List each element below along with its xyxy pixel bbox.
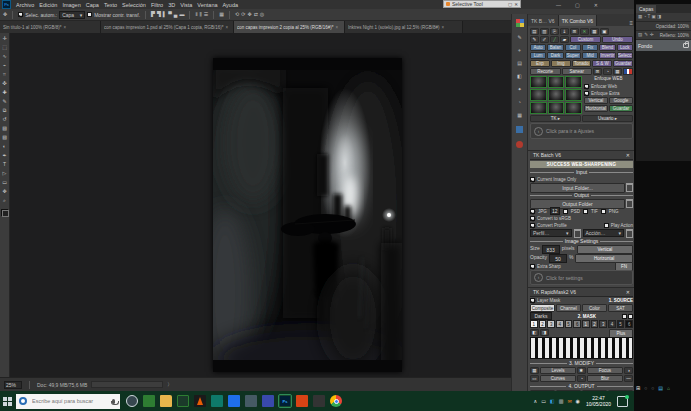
close-icon[interactable]: × bbox=[226, 25, 229, 30]
move-tool[interactable]: ✛ bbox=[2, 36, 6, 41]
taskbar-app-vlc[interactable] bbox=[194, 395, 206, 407]
current-image-only-checkbox[interactable] bbox=[530, 177, 535, 182]
layer-mask-checkbox[interactable] bbox=[530, 298, 535, 303]
sharpen-web-checkbox[interactable] bbox=[584, 84, 589, 89]
pencil-icon[interactable]: ✎ bbox=[530, 36, 539, 43]
mask-mode-select[interactable]: Darks bbox=[530, 312, 552, 320]
vertical-button[interactable]: Vertical bbox=[584, 97, 608, 104]
clone-stamp-tool[interactable]: ⧉ bbox=[3, 108, 7, 113]
composite-button[interactable]: Composite bbox=[530, 304, 555, 312]
image-button[interactable]: Img bbox=[551, 60, 571, 67]
distribute-horizontal-icon[interactable]: ⫴ bbox=[195, 12, 197, 17]
3d-pan-icon[interactable]: ✥ bbox=[247, 12, 251, 17]
brush-tool[interactable]: ✎ bbox=[2, 99, 6, 104]
extra-sharp-checkbox[interactable] bbox=[530, 264, 535, 269]
grid-icon[interactable]: ⊞ bbox=[636, 385, 640, 391]
dodge-tool[interactable]: ◐ bbox=[3, 144, 6, 149]
half-mask-2-icon[interactable]: ◨ bbox=[540, 329, 549, 336]
pen-tool[interactable]: ✒ bbox=[2, 153, 6, 158]
lights-6[interactable]: 6 bbox=[573, 320, 581, 328]
taskbar-app-cortana[interactable] bbox=[126, 395, 138, 407]
tab-tk-basic[interactable]: TK B… V6 bbox=[528, 15, 559, 26]
taskbar-app-indigo[interactable] bbox=[262, 395, 274, 407]
distribute-stack-icon[interactable]: ☰ bbox=[204, 12, 208, 17]
swatches-panel-icon[interactable] bbox=[516, 126, 523, 133]
menu-texto[interactable]: Texto bbox=[104, 2, 117, 8]
microphone-icon[interactable] bbox=[112, 399, 115, 404]
lasso-tool[interactable]: ∿ bbox=[2, 54, 6, 59]
menu-filtro[interactable]: Filtro bbox=[151, 2, 163, 8]
grid-icon[interactable]: ▦ bbox=[590, 28, 599, 35]
align-right-icon[interactable]: ▌ bbox=[163, 12, 167, 17]
tab-capas[interactable]: Capas bbox=[636, 5, 656, 13]
distribute-vertical-icon[interactable]: ⫼ bbox=[200, 12, 202, 17]
close-icon[interactable]: × bbox=[64, 25, 67, 30]
save-web-button[interactable]: Guardar bbox=[609, 105, 633, 112]
jpg-quality-field[interactable]: 12 bbox=[550, 207, 560, 215]
selective-tool-window[interactable]: Selective Tool ▢ ✕ bbox=[443, 0, 521, 8]
3d-roll-icon[interactable]: ⟳ bbox=[241, 12, 245, 17]
brush-panel-icon[interactable]: ✎ bbox=[517, 35, 521, 40]
tray-volume-icon[interactable]: ▥ bbox=[559, 398, 564, 404]
mask-option-box-2[interactable] bbox=[628, 314, 633, 319]
menu-capa[interactable]: Capa bbox=[86, 2, 99, 8]
filter-adjustment-icon[interactable]: ◔ bbox=[644, 15, 647, 20]
lights-2[interactable]: 2 bbox=[539, 320, 547, 328]
marquee-tool[interactable]: ⬚ bbox=[2, 45, 7, 50]
taskbar-app-orange[interactable] bbox=[296, 395, 308, 407]
lights-5[interactable]: 5 bbox=[565, 320, 573, 328]
filter-shape-icon[interactable]: ▣ bbox=[652, 15, 656, 20]
healing-tool[interactable]: ✚ bbox=[2, 90, 6, 95]
menu-ventana[interactable]: Ventana bbox=[197, 2, 217, 8]
convert-profile-checkbox[interactable] bbox=[530, 223, 535, 228]
close-icon[interactable]: ✕ bbox=[626, 152, 630, 158]
undo-button[interactable]: Undo bbox=[602, 36, 633, 43]
batch-title-bar[interactable]: TK Batch V6 ✕ bbox=[530, 151, 633, 160]
channel-button[interactable]: Channel bbox=[556, 304, 581, 312]
menu-3d[interactable]: 3D bbox=[168, 2, 175, 8]
preset-thumb[interactable] bbox=[548, 76, 565, 88]
horizontal-button[interactable]: Horizontal bbox=[584, 105, 608, 112]
lock-button[interactable]: Lock bbox=[617, 44, 633, 51]
target-icon[interactable]: ◔ bbox=[577, 375, 586, 382]
tif-checkbox[interactable] bbox=[583, 209, 588, 214]
document-tab-4[interactable]: Inktres Night 1 (sotelo).jpg al 12,5% (R… bbox=[345, 21, 463, 33]
darks-2[interactable]: 2 bbox=[591, 320, 599, 328]
menu-edicion[interactable]: Edición bbox=[39, 2, 57, 8]
copy-icon[interactable]: ⎘ bbox=[550, 28, 559, 35]
menu-imagen[interactable]: Imagen bbox=[62, 2, 80, 8]
clone-source-panel-icon[interactable]: ⌖ bbox=[518, 48, 521, 53]
custom-button[interactable]: Custom bbox=[570, 36, 601, 43]
action-select[interactable]: Acción…▾ bbox=[583, 229, 625, 237]
stop-panel-icon[interactable] bbox=[516, 141, 523, 148]
pattern-small-icon[interactable]: ▦ bbox=[613, 68, 622, 75]
histogram-panel-icon[interactable]: ▦ bbox=[517, 113, 522, 118]
size-field[interactable]: 833 bbox=[542, 245, 560, 254]
psd-checkbox[interactable] bbox=[563, 209, 568, 214]
focus-button[interactable]: Focus bbox=[587, 367, 623, 374]
grid-icon[interactable]: ▦ bbox=[219, 12, 224, 17]
hand-tool[interactable]: ✥ bbox=[2, 189, 6, 194]
dark-button[interactable]: Dark bbox=[547, 52, 563, 59]
document-tab-3-active[interactable]: con capas impresion 2 copia al 25% (RGB/… bbox=[234, 21, 345, 33]
circle-icon[interactable]: ○ bbox=[644, 385, 647, 391]
taskbar-search[interactable] bbox=[16, 394, 120, 409]
taskbar-app-slate[interactable] bbox=[245, 395, 257, 407]
mid-button[interactable]: Mid bbox=[582, 52, 598, 59]
color-button[interactable]: Color bbox=[582, 304, 607, 312]
exposure-button[interactable]: Exp bbox=[530, 60, 550, 67]
3d-slide-icon[interactable]: ⇄ bbox=[254, 12, 258, 17]
align-bottom-icon[interactable]: ▄ bbox=[174, 12, 178, 17]
menu-archivo[interactable]: Archivo bbox=[16, 2, 34, 8]
history-brush-tool[interactable]: ↺ bbox=[2, 117, 6, 122]
delete-icon[interactable]: ✕ bbox=[580, 28, 589, 35]
lights-1[interactable]: 1 bbox=[530, 320, 538, 328]
convert-srgb-checkbox[interactable] bbox=[530, 216, 535, 221]
preset-thumb[interactable] bbox=[530, 89, 547, 101]
lum-button[interactable]: Lum bbox=[530, 52, 546, 59]
darks-5[interactable]: 5 bbox=[617, 320, 625, 328]
preset-thumb[interactable] bbox=[548, 102, 565, 114]
lights-3[interactable]: 3 bbox=[547, 320, 555, 328]
minimize-button[interactable]: — bbox=[556, 2, 561, 8]
align-center-icon[interactable]: ▜ bbox=[157, 12, 161, 17]
